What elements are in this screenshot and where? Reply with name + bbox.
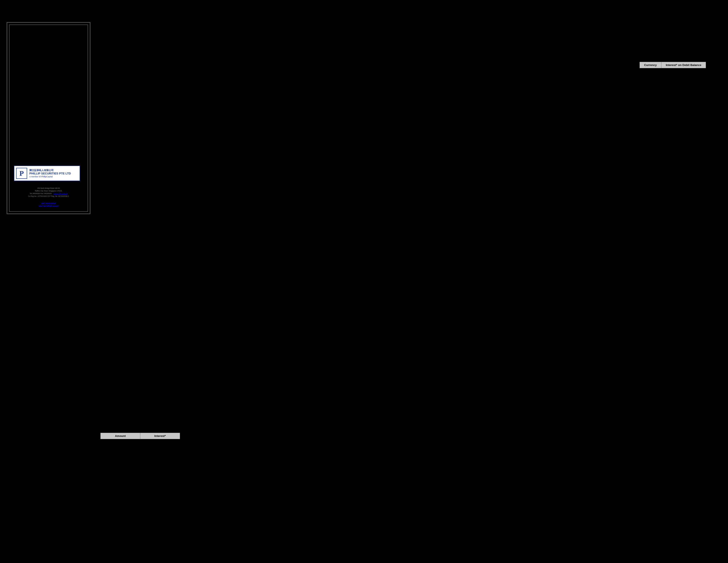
reg-no: Co Reg No.: 197501035Z GST Reg. No. M2-0…	[14, 195, 83, 197]
amount-header: Amount	[101, 433, 140, 439]
address-line1: 250 North Bridge Road #06-00	[14, 187, 83, 190]
logo-member-text: A member of PhillipCapital	[29, 175, 71, 178]
email-link[interactable]: talktophillip@phillip.com.sg	[39, 204, 58, 206]
currency-table: Currency Interest* on Debit Balance	[640, 62, 706, 68]
address-line2: Raffles City Tower Singapore 179101	[14, 190, 83, 192]
logo-text-section: 輝立証券私人有限公司 PHILLIP SECURITIES PTE LTD A …	[29, 169, 71, 178]
currency-header: Currency	[640, 62, 661, 68]
company-info: 250 North Bridge Road #06-00 Raffles Cit…	[14, 187, 83, 207]
document-inner: P 輝立証券私人有限公司 PHILLIP SECURITIES PTE LTD …	[9, 24, 88, 212]
document-content: P 輝立証券私人有限公司 PHILLIP SECURITIES PTE LTD …	[9, 25, 88, 211]
logo-box: P 輝立証券私人有限公司 PHILLIP SECURITIES PTE LTD …	[14, 165, 80, 181]
poems-link[interactable]: www.poems.com.sg	[41, 202, 56, 204]
logo-chinese-text: 輝立証券私人有限公司	[29, 169, 71, 172]
tel-fax: Tel: 65330300 Fax: 65335524 www.phillip.…	[14, 192, 83, 195]
interest-header: Interest*	[140, 433, 180, 439]
website-link[interactable]: www.phillip.com.sg	[53, 192, 67, 194]
interest-debit-header: Interest* on Debit Balance	[661, 62, 706, 68]
logo-p-letter: P	[16, 168, 27, 179]
document-container: P 輝立証券私人有限公司 PHILLIP SECURITIES PTE LTD …	[7, 22, 90, 214]
amount-table: Amount Interest*	[100, 433, 180, 439]
currency-table-container: Currency Interest* on Debit Balance	[640, 62, 706, 68]
logo-section: P 輝立証券私人有限公司 PHILLIP SECURITIES PTE LTD …	[14, 165, 83, 181]
amount-table-container: Amount Interest*	[100, 433, 180, 439]
logo-english-name: PHILLIP SECURITIES PTE LTD	[29, 172, 71, 175]
